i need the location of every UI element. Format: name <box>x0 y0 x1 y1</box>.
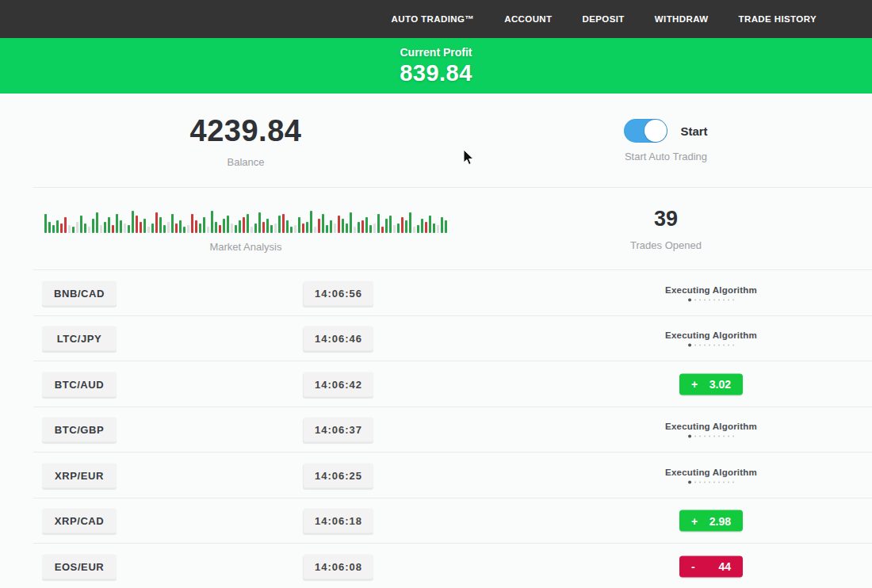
market-analysis-column: Market Analysis <box>0 188 491 270</box>
toggle-knob-icon <box>644 120 667 142</box>
profit-banner-label: Current Profit <box>400 46 472 59</box>
market-bar <box>393 225 396 233</box>
market-bar <box>274 223 277 233</box>
market-bar <box>175 223 178 233</box>
market-bar <box>64 217 67 233</box>
market-bar <box>302 223 304 233</box>
market-bar <box>290 227 293 233</box>
market-bar <box>44 214 47 233</box>
market-bar <box>358 222 360 233</box>
auto-trading-toggle[interactable] <box>624 119 667 143</box>
nav-item-auto-trading[interactable]: AUTO TRADING™ <box>392 14 475 24</box>
trade-pair-badge: XRP/CAD <box>42 509 117 533</box>
market-bar <box>326 225 328 233</box>
progress-dots-icon <box>688 435 734 438</box>
toggle-label: Start <box>680 124 707 138</box>
market-bar <box>266 219 269 233</box>
trade-status: Executing Algorithm <box>665 467 757 483</box>
loss-badge: -44 <box>679 556 743 577</box>
profit-banner-value: 839.84 <box>400 60 472 86</box>
trade-time-badge: 14:06:56 <box>304 281 373 305</box>
market-bar <box>433 223 435 233</box>
result-sign: + <box>691 378 698 391</box>
trade-status: Executing Algorithm <box>665 330 757 347</box>
market-bar <box>365 217 368 233</box>
market-bar <box>247 214 249 233</box>
executing-algorithm-label: Executing Algorithm <box>665 330 757 340</box>
trade-time-badge: 14:06:46 <box>304 326 373 351</box>
market-bar <box>397 223 400 233</box>
trade-status: +3.02 <box>679 373 743 395</box>
trades-opened-label: Trades Opened <box>630 239 702 251</box>
market-bar <box>143 219 146 233</box>
trades-opened-column: 39 Trades Opened <box>491 188 840 270</box>
market-bar <box>278 216 281 233</box>
trade-row: LTC/JPY 14:06:46 Executing Algorithm <box>0 316 872 362</box>
market-bar <box>389 216 392 233</box>
trade-time-badge: 14:06:42 <box>304 372 373 396</box>
market-bar <box>270 225 273 233</box>
market-bar <box>68 225 71 233</box>
trade-row: BNB/CAD 14:06:56 Executing Algorithm <box>0 270 872 316</box>
nav-item-account[interactable]: ACCOUNT <box>504 14 552 24</box>
result-value: 3.02 <box>709 378 731 391</box>
market-analysis-label: Market Analysis <box>209 241 281 253</box>
trade-status: Executing Algorithm <box>665 422 757 438</box>
market-bar <box>191 214 193 233</box>
nav-item-deposit[interactable]: DEPOSIT <box>583 14 625 24</box>
market-bar <box>207 227 209 233</box>
trade-pair-badge: XRP/EUR <box>42 463 117 487</box>
market-bar <box>413 227 415 233</box>
market-bar <box>373 223 376 233</box>
market-bar <box>183 227 185 233</box>
market-bar <box>140 222 142 233</box>
market-bar <box>52 225 55 233</box>
market-bar <box>314 227 316 233</box>
market-bar <box>322 214 324 233</box>
market-bar <box>346 223 348 233</box>
trade-status: Executing Algorithm <box>665 284 757 301</box>
market-bar <box>72 227 75 233</box>
market-bar <box>354 227 356 233</box>
market-bar <box>338 216 340 233</box>
market-bar <box>56 220 59 233</box>
market-analysis-chart <box>44 206 447 233</box>
trade-row: XRP/EUR 14:06:25 Executing Algorithm <box>0 452 872 498</box>
market-bar <box>167 222 170 233</box>
market-bar <box>342 219 344 233</box>
market-bar <box>350 212 352 233</box>
market-bar <box>251 227 253 233</box>
market-bar <box>136 216 138 233</box>
market-bar <box>104 222 106 233</box>
market-bar <box>417 225 419 233</box>
market-bar <box>421 219 423 233</box>
market-bar <box>163 225 166 233</box>
market-bar <box>306 222 308 233</box>
nav-item-trade-history[interactable]: TRADE HISTORY <box>739 14 817 24</box>
market-bar <box>310 211 312 233</box>
market-bar <box>401 217 403 233</box>
market-bar <box>203 217 205 233</box>
trade-status: -44 <box>679 556 743 577</box>
market-bar <box>330 220 332 233</box>
market-bar <box>151 223 154 233</box>
market-bar <box>223 219 225 233</box>
market-bar <box>294 225 296 233</box>
market-bar <box>199 223 201 233</box>
market-bar <box>100 225 102 233</box>
balance-column: 4239.84 Balance <box>0 94 491 188</box>
market-bar <box>437 225 439 233</box>
market-bar <box>219 225 221 233</box>
market-section: Market Analysis 39 Trades Opened <box>0 188 872 270</box>
trade-row: XRP/CAD 14:06:18 +2.98 <box>0 498 872 544</box>
result-value: 44 <box>718 560 731 573</box>
market-bar <box>60 223 63 233</box>
trade-time-badge: 14:06:18 <box>304 509 373 533</box>
trade-row: BTC/AUD 14:06:42 +3.02 <box>0 361 872 407</box>
market-bar <box>369 225 372 233</box>
market-bar <box>334 223 336 233</box>
nav-item-withdraw[interactable]: WITHDRAW <box>655 14 709 24</box>
market-bar <box>262 222 265 233</box>
profit-badge: +3.02 <box>679 373 743 395</box>
market-bar <box>425 222 427 233</box>
